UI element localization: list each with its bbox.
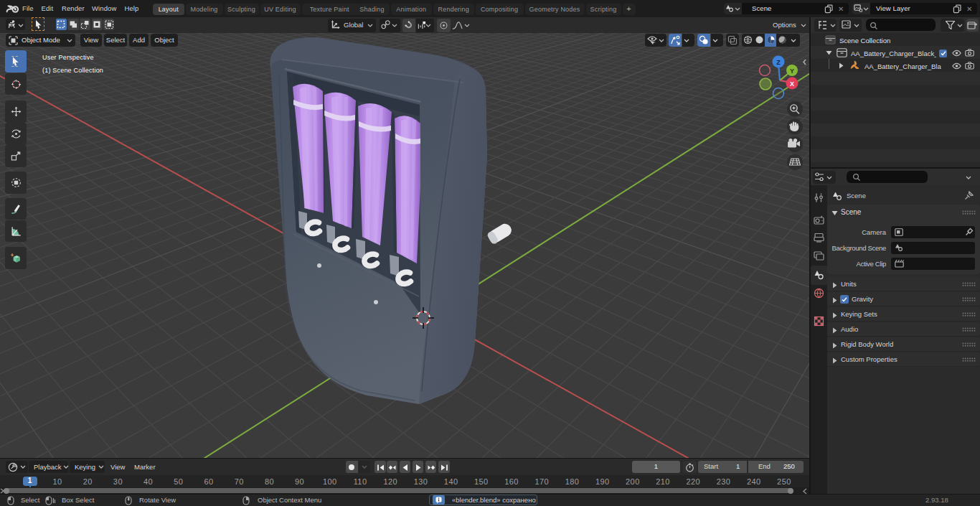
- svg-text:Y: Y: [790, 67, 794, 75]
- svg-text:X: X: [790, 80, 794, 88]
- svg-text:Z: Z: [776, 59, 781, 66]
